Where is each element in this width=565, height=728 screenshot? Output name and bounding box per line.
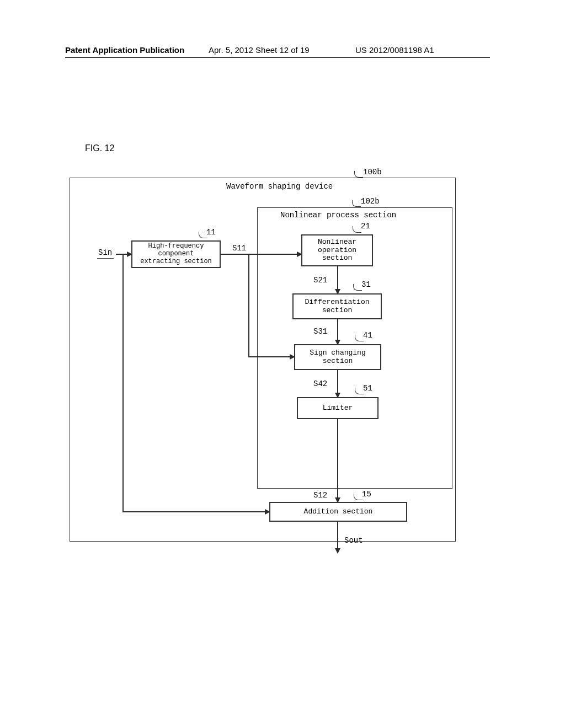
sign-l2: section — [323, 357, 353, 366]
header-left: Patent Application Publication — [65, 45, 184, 55]
leader-21 — [353, 226, 361, 233]
nlo-l1: Nonlinear — [318, 238, 356, 247]
hfc-l2: component — [158, 250, 194, 258]
arrow-sout — [337, 522, 338, 549]
sin-underline — [97, 258, 114, 259]
ref-41: 41 — [363, 331, 372, 340]
hfc-l1: High-frequency — [148, 243, 204, 250]
signal-s12: S12 — [313, 491, 327, 500]
page-header: Patent Application Publication Apr. 5, 2… — [0, 45, 565, 58]
branch-sin-right — [122, 511, 269, 512]
signal-s42: S42 — [313, 379, 327, 388]
leader-41 — [355, 335, 364, 341]
signal-sout: Sout — [344, 536, 363, 545]
signal-s11: S11 — [232, 244, 246, 253]
ref-51: 51 — [363, 384, 372, 393]
addition-l: Addition section — [304, 508, 373, 516]
ref-31: 31 — [361, 280, 371, 289]
limiter-l: Limiter — [323, 404, 353, 413]
arrow-limiter-addition — [337, 419, 338, 502]
signal-s31: S31 — [313, 327, 327, 336]
branch-s11-down — [248, 254, 249, 357]
leader-100b — [354, 171, 363, 178]
branch-s11-right — [248, 356, 294, 357]
leader-15 — [354, 494, 363, 500]
leader-31 — [353, 284, 362, 291]
leader-51 — [355, 388, 364, 394]
hfc-l3: extracting section — [140, 258, 212, 266]
signal-sin: Sin — [98, 248, 112, 257]
differentiation-box: Differentiation section — [292, 293, 382, 319]
leader-11 — [199, 232, 207, 238]
signal-s21: S21 — [313, 276, 327, 285]
ref-100b: 100b — [363, 168, 382, 176]
sign-l1: Sign changing — [310, 349, 365, 357]
high-frequency-component-box: High-frequency component extracting sect… — [131, 240, 221, 268]
nonlinear-operation-box: Nonlinear operation section — [301, 234, 373, 266]
diff-l1: Differentiation — [305, 298, 369, 307]
branch-sin-down — [122, 254, 124, 512]
figure-label: FIG. 12 — [85, 143, 114, 153]
nl-section-title: Nonlinear process section — [280, 211, 396, 220]
header-mid: Apr. 5, 2012 Sheet 12 of 19 — [209, 45, 310, 55]
sign-changing-box: Sign changing section — [294, 344, 381, 370]
ref-11: 11 — [206, 228, 216, 237]
leader-102b — [352, 200, 361, 207]
addition-section-box: Addition section — [269, 502, 407, 522]
ref-15: 15 — [362, 490, 371, 499]
outer-box-title: Waveform shaping device — [226, 182, 333, 191]
header-rule — [65, 57, 490, 58]
limiter-box: Limiter — [297, 397, 379, 419]
diff-l2: section — [322, 307, 353, 315]
arrow-hfc-nlo — [221, 254, 302, 255]
nlo-l2: operation — [318, 247, 356, 255]
header-right: US 2012/0081198 A1 — [355, 45, 434, 55]
nlo-l3: section — [322, 254, 353, 263]
diagram-area: Waveform shaping device 100b Nonlinear p… — [65, 165, 490, 563]
arrowhead-sout — [335, 548, 340, 554]
ref-102b: 102b — [361, 197, 380, 206]
ref-21: 21 — [361, 222, 370, 231]
